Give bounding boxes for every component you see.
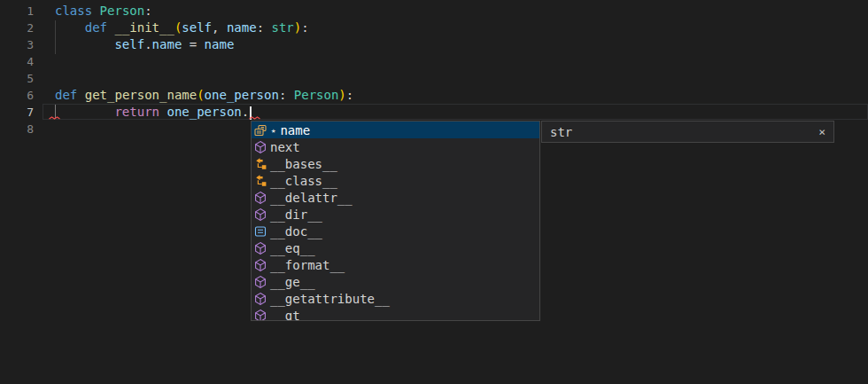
line-number: 6 (0, 87, 34, 104)
class-icon (253, 157, 267, 171)
method-icon (253, 191, 267, 205)
suggestion-detail-panel: str × (541, 121, 834, 143)
line-number: 5 (0, 70, 34, 87)
line-number: 4 (0, 53, 34, 70)
intellicode-star-icon: ★ (271, 126, 275, 135)
line-number: 2 (0, 20, 34, 36)
method-icon (253, 241, 267, 255)
code-line (55, 53, 353, 70)
suggestion-label: __ge__ (270, 275, 315, 289)
suggestion-label: __format__ (270, 258, 345, 272)
line-number: 1 (0, 3, 34, 20)
suggestion-item[interactable]: __ge__ (252, 273, 539, 290)
suggestion-item[interactable]: __dir__ (252, 206, 539, 223)
code-line: def __init__(self, name: str): (55, 20, 353, 36)
code-line: def get_person_name(one_person: Person): (55, 87, 353, 104)
class-icon (253, 174, 267, 188)
suggestion-label: __getattribute__ (270, 292, 390, 306)
error-squiggle (249, 116, 260, 120)
line-number: 7 (0, 104, 34, 121)
suggestion-label: __gt__ (270, 309, 315, 322)
suggestion-item[interactable]: ★name (252, 121, 539, 138)
method-icon (253, 275, 267, 289)
code-area[interactable]: class Person: def __init__(self, name: s… (55, 3, 353, 137)
suggestion-item[interactable]: __getattribute__ (252, 290, 539, 307)
suggestion-item[interactable]: __delattr__ (252, 189, 539, 206)
suggestion-item[interactable]: next (252, 138, 539, 155)
suggestion-label: __bases__ (270, 157, 337, 171)
error-squiggle (49, 116, 60, 120)
autocomplete-popup: ★namenext__bases____class____delattr____… (251, 121, 540, 321)
code-line: self.name = name (55, 36, 353, 53)
suggestion-item[interactable]: __gt__ (252, 307, 539, 321)
suggestion-detail-text: str (550, 125, 572, 139)
suggestion-label: next (270, 140, 300, 154)
suggestion-label: __delattr__ (270, 191, 353, 205)
gutter: 12345678 (0, 3, 34, 137)
suggestion-item[interactable]: __class__ (252, 172, 539, 189)
suggestion-item[interactable]: __eq__ (252, 239, 539, 256)
method-icon (253, 292, 267, 306)
field-icon (253, 123, 267, 137)
suggestion-item[interactable]: __format__ (252, 256, 539, 273)
close-icon[interactable]: × (818, 126, 825, 137)
suggestion-label: name (280, 123, 310, 137)
suggestion-label: __class__ (270, 174, 337, 188)
code-editor: 12345678 class Person: def __init__(self… (0, 0, 868, 384)
method-icon (253, 309, 267, 322)
suggestion-item[interactable]: __doc__ (252, 223, 539, 239)
method-icon (253, 208, 267, 222)
suggestion-label: __eq__ (270, 241, 315, 255)
code-line (55, 70, 353, 87)
line-number: 8 (0, 121, 34, 137)
method-icon (253, 140, 267, 154)
doc-icon (253, 224, 267, 239)
suggestion-label: __dir__ (270, 208, 322, 222)
suggestion-item[interactable]: __bases__ (252, 155, 539, 172)
code-line: class Person: (55, 3, 353, 20)
code-line: return one_person. (55, 104, 353, 121)
suggestion-label: __doc__ (270, 224, 322, 239)
line-number: 3 (0, 36, 34, 53)
method-icon (253, 258, 267, 272)
